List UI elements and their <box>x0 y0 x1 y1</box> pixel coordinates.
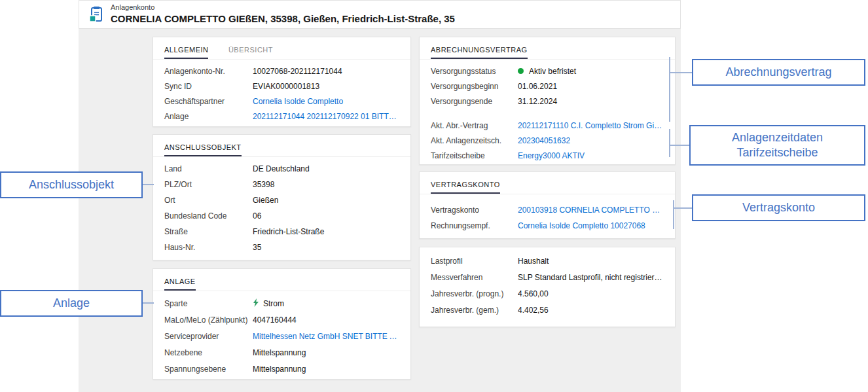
callout-vertragskonto: Vertragskonto <box>692 194 865 221</box>
field-label: Spannungsebene <box>164 365 253 374</box>
tarifzeitscheibe-link[interactable]: Energy3000 AKTIV <box>518 151 664 160</box>
field-row: MaLo/MeLo (Zählpunkt) 4047160444 <box>164 312 399 328</box>
section-title-vertragskonto: VERTRAGSKONTO <box>431 181 500 194</box>
field-label: Messverfahren <box>431 273 518 282</box>
status-text: Aktiv befristet <box>529 67 576 76</box>
field-row: Sync ID EVIAK0000001813 <box>164 79 399 94</box>
callout-label: Abrechnungsvertrag <box>725 65 831 80</box>
field-label: Sync ID <box>164 82 253 91</box>
field-label: Versorgungsstatus <box>431 67 518 76</box>
callout-label: Tarifzeitscheibe <box>736 145 818 160</box>
field-value: Strom <box>253 298 399 309</box>
field-row: Lastprofil Haushalt <box>431 253 664 269</box>
field-row: Jahresverbr. (gem.) 4.402,56 <box>431 302 664 318</box>
card-anlage: ANLAGE Sparte Strom MaLo/MeLo (Zählpunkt… <box>153 268 411 380</box>
field-label: Versorgungsbeginn <box>431 82 518 91</box>
field-row: Tarifzeitscheibe Energy3000 AKTIV <box>431 148 664 163</box>
field-row: PLZ/Ort 35398 <box>164 177 399 192</box>
field-label: Vertragskonto <box>431 205 518 215</box>
callout-anlage: Anlage <box>0 290 143 317</box>
field-label: Land <box>164 164 253 173</box>
field-row: Bundesland Code 06 <box>164 208 399 224</box>
field-value: 10027068-202112171044 <box>253 67 399 76</box>
card-vertragskonto: VERTRAGSKONTO Vertragskonto 200103918 CO… <box>419 171 676 239</box>
header-text: Anlagenkonto CORNELIA COMPLETTO GIEßEN, … <box>111 3 455 25</box>
status-badge: Aktiv befristet <box>518 67 664 76</box>
field-label: Serviceprovider <box>164 332 253 341</box>
field-row: Spannungsebene Mittelspannung <box>164 361 399 377</box>
anlage-link[interactable]: 202112171044 202112170922 01 BITTE AENDE… <box>253 112 399 121</box>
field-list: Land DE Deutschland PLZ/Ort 35398 Ort Gi… <box>153 157 410 259</box>
card-header: ANSCHLUSSOBJEKT <box>153 135 410 157</box>
row-spacer <box>431 109 664 118</box>
field-value: Mittelspannung <box>253 348 399 357</box>
tab-uebersicht[interactable]: ÜBERSICHT <box>228 46 273 59</box>
field-row: Rechnungsempf. Cornelia Isolde Completto… <box>431 218 664 234</box>
callout-anlagenzeitdaten-tarifzeitscheibe: Anlagenzeitdaten Tarifzeitscheibe <box>689 125 865 166</box>
field-value: 4.402,56 <box>518 306 664 315</box>
callout-anschlussobjekt: Anschlussobjekt <box>0 171 143 198</box>
vertragskonto-link[interactable]: 200103918 CORNELIA COMPLETTO GIEßEN <box>518 205 664 215</box>
callout-label: Vertragskonto <box>742 200 815 215</box>
callout-label: Anlage <box>53 296 90 311</box>
callout-connector-line <box>670 72 692 73</box>
callout-connector-line <box>674 207 692 209</box>
rechnungsempfaenger-link[interactable]: Cornelia Isolde Completto 10027068 <box>518 221 664 230</box>
field-value: 35398 <box>253 180 399 189</box>
app-header: Anlagenkonto CORNELIA COMPLETTO GIEßEN, … <box>79 0 681 29</box>
tab-bar: ALLGEMEIN ÜBERSICHT <box>153 37 410 60</box>
field-row: Geschäftspartner Cornelia Isolde Complet… <box>164 94 399 109</box>
page: Anlagenkonto CORNELIA COMPLETTO GIEßEN, … <box>0 0 868 392</box>
field-value: Mittelspannung <box>253 365 399 374</box>
field-label: Haus-Nr. <box>164 243 253 252</box>
tab-allgemein[interactable]: ALLGEMEIN <box>164 46 208 59</box>
field-value: 06 <box>253 211 399 221</box>
field-label: Versorgungsende <box>431 97 518 106</box>
card-header: ANLAGE <box>153 269 410 291</box>
field-label: Anlagenkonto-Nr. <box>164 67 253 76</box>
card-header: ABRECHNUNGSVERTRAG <box>420 37 675 60</box>
field-list: Sparte Strom MaLo/MeLo (Zählpunkt) 40471… <box>153 291 410 380</box>
geschaeftspartner-link[interactable]: Cornelia Isolde Completto <box>253 97 399 106</box>
callout-connector-line <box>143 184 154 185</box>
anlagenzeitscheibe-link[interactable]: 202304051632 <box>518 136 664 145</box>
field-label: MaLo/MeLo (Zählpunkt) <box>164 315 253 325</box>
field-row: Versorgungsstatus Aktiv befristet <box>431 63 664 79</box>
field-label: Geschäftspartner <box>164 97 253 106</box>
sparte-value: Strom <box>263 299 284 308</box>
callout-bracket-line <box>669 129 670 157</box>
field-row: Land DE Deutschland <box>164 161 399 177</box>
card-verbrauchsdaten: Lastprofil Haushalt Messverfahren SLP St… <box>419 247 676 327</box>
field-list: Vertragskonto 200103918 CORNELIA COMPLET… <box>420 194 675 238</box>
field-row: Versorgungsende 31.12.2024 <box>431 94 664 109</box>
section-title-abrechnungsvertrag: ABRECHNUNGSVERTRAG <box>431 46 528 59</box>
field-value: Gießen <box>253 196 399 205</box>
abr-vertrag-link[interactable]: 202112171110 C.I. Completto Strom Gießen <box>518 121 664 130</box>
field-value: DE Deutschland <box>253 164 399 173</box>
field-list: Anlagenkonto-Nr. 10027068-202112171044 S… <box>153 60 410 127</box>
field-label: Lastprofil <box>431 257 518 266</box>
field-row: Anlagenkonto-Nr. 10027068-202112171044 <box>164 63 399 79</box>
field-row: Vertragskonto 200103918 CORNELIA COMPLET… <box>431 202 664 218</box>
field-label: Straße <box>164 227 253 236</box>
field-list: Versorgungsstatus Aktiv befristet Versor… <box>420 60 675 165</box>
field-row: Akt. Abr.-Vertrag 202112171110 C.I. Comp… <box>431 118 664 133</box>
anlagenkonto-icon <box>88 6 105 23</box>
field-row: Sparte Strom <box>164 295 399 312</box>
field-row: Jahresverbr. (progn.) 4.560,00 <box>431 285 664 302</box>
card-header: VERTRAGSKONTO <box>420 172 675 194</box>
field-label: Sparte <box>164 299 253 308</box>
field-label: Bundesland Code <box>164 211 253 221</box>
section-title-anlage: ANLAGE <box>164 277 196 291</box>
field-label: Rechnungsempf. <box>431 221 518 230</box>
serviceprovider-link[interactable]: Mittelhessen Netz GmbH SNET BITTE AENDER… <box>253 332 399 341</box>
field-row: Serviceprovider Mittelhessen Netz GmbH S… <box>164 328 399 344</box>
field-value: SLP Standard Lastprofil, nicht registrie… <box>518 273 664 282</box>
field-label: PLZ/Ort <box>164 180 253 189</box>
callout-label: Anschlussobjekt <box>29 177 114 192</box>
field-label: Akt. Abr.-Vertrag <box>431 121 518 130</box>
field-value: Haushalt <box>518 257 664 266</box>
field-label: Tarifzeitscheibe <box>431 151 518 160</box>
field-row: Versorgungsbeginn 01.06.2021 <box>431 79 664 94</box>
page-title: CORNELIA COMPLETTO GIEßEN, 35398, Gießen… <box>111 12 455 26</box>
